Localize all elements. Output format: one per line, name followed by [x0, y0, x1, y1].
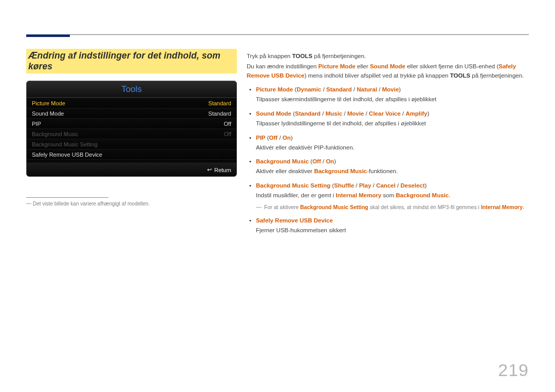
text: på fjernbetjeningen. — [312, 53, 366, 59]
opt: Natural — [357, 86, 377, 92]
sep: / — [377, 86, 382, 92]
tools-menu-item[interactable]: Background MusicOff — [27, 128, 236, 139]
tools-keyword: TOOLS — [450, 72, 470, 79]
keyword: Internal Memory — [336, 192, 381, 198]
left-column: Ændring af indstillinger for det indhold… — [26, 49, 237, 207]
image-footnote: ―Det viste billede kan variere afhængigt… — [26, 201, 237, 207]
tools-menu-item[interactable]: Sound ModeStandard — [27, 108, 236, 118]
tools-menu-item[interactable]: Background Music Setting — [27, 139, 236, 149]
item-desc: Indstil musikfiler, der er gemt i Intern… — [256, 191, 534, 200]
sep: / — [364, 110, 369, 117]
paren: ) — [427, 110, 429, 117]
text: ) mens indhold bliver afspillet ved at t… — [305, 72, 450, 79]
text: . — [449, 192, 450, 198]
item-title: PIP — [256, 135, 266, 141]
menu-item-value: Standard — [208, 100, 231, 106]
top-tab-accent — [26, 34, 70, 37]
menu-item-label: Sound Mode — [32, 110, 64, 117]
sep: / — [401, 110, 406, 117]
text: Du kan ændre indstillingen — [247, 63, 318, 69]
menu-item-label: Picture Mode — [32, 100, 65, 106]
opt: Deselect — [400, 182, 424, 189]
sep: / — [321, 158, 326, 164]
text: på fjernbetjeningen. — [470, 72, 524, 79]
sep: / — [371, 182, 376, 189]
paren: ( — [266, 135, 269, 141]
text: For at aktivere — [264, 204, 300, 210]
item-subnote: For at aktivere Background Music Setting… — [256, 203, 534, 211]
top-rule — [26, 34, 529, 35]
item-title: Sound Mode — [256, 110, 291, 117]
text: eller — [356, 63, 370, 69]
sep: / — [321, 86, 326, 92]
item-desc: Aktivér eller deaktivér PIP-funktionen. — [256, 143, 534, 153]
text: Aktivér eller deaktiver — [256, 168, 314, 174]
opt: Off — [312, 158, 321, 164]
item-title: Background Music — [256, 158, 309, 164]
tools-menu-item[interactable]: Picture ModeStandard — [27, 98, 236, 108]
opt: Standard — [295, 110, 321, 117]
item-background-music: Background Music (Off / On) Aktivér elle… — [247, 157, 534, 176]
paren: ) — [291, 135, 293, 141]
sep: / — [352, 86, 357, 92]
opt: Amplify — [405, 110, 427, 117]
tools-menu-item[interactable]: Safely Remove USB Device — [27, 149, 236, 159]
text: som — [381, 192, 396, 198]
intro-line-2: Du kan ændre indstillingen Picture Mode … — [247, 62, 534, 81]
item-desc: Tilpasser lydindstillingerne til det ind… — [256, 119, 534, 128]
paren: ( — [291, 110, 295, 117]
text: Tryk på knappen — [247, 53, 292, 59]
menu-item-label: Safely Remove USB Device — [32, 152, 102, 158]
right-column: Tryk på knappen TOOLS på fjernbetjeninge… — [247, 52, 534, 235]
item-title: Background Music Setting — [256, 182, 330, 189]
opt: On — [283, 135, 291, 141]
opt: Play — [359, 182, 372, 189]
sep: / — [278, 135, 283, 141]
item-safely-remove: Safely Remove USB Device Fjerner USB-huk… — [247, 216, 534, 235]
item-sound-mode: Sound Mode (Standard / Music / Movie / C… — [247, 109, 534, 128]
sep: / — [396, 182, 401, 189]
opt: Movie — [382, 86, 399, 92]
text: eller sikkert fjerne din USB-enhed ( — [405, 63, 499, 69]
tools-separator — [27, 159, 236, 163]
tools-menu-item[interactable]: PIPOff — [27, 118, 236, 128]
tools-footer[interactable]: ↩ Return — [27, 163, 236, 176]
paren: ( — [309, 158, 312, 164]
text: skal det sikres, at mindst én MP3-fil ge… — [368, 204, 480, 210]
keyword: Background Music Setting — [300, 204, 368, 210]
opt: Dynamic — [297, 86, 321, 92]
section-heading: Ændring af indstillinger for det indhold… — [26, 49, 237, 73]
intro-line-1: Tryk på knappen TOOLS på fjernbetjeninge… — [247, 52, 534, 61]
tools-panel-title: Tools — [27, 81, 236, 98]
menu-item-label: Background Music — [32, 131, 79, 137]
item-pip: PIP (Off / On) Aktivér eller deaktivér P… — [247, 134, 534, 153]
opt: Movie — [347, 110, 364, 117]
opt: Music — [325, 110, 342, 117]
paren: ) — [425, 182, 427, 189]
footnote-rule — [26, 197, 108, 198]
return-label: Return — [214, 167, 231, 173]
tools-panel: Tools Picture ModeStandardSound ModeStan… — [26, 81, 237, 177]
item-background-music-setting: Background Music Setting (Shuffle / Play… — [247, 181, 534, 211]
paren: ) — [334, 158, 336, 164]
text: . — [523, 204, 524, 210]
tools-keyword: TOOLS — [292, 53, 312, 59]
opt: Off — [269, 135, 278, 141]
menu-item-label: Background Music Setting — [32, 141, 98, 147]
menu-item-value: Off — [224, 131, 231, 137]
menu-item-label: PIP — [32, 121, 41, 127]
opt: Standard — [326, 86, 352, 92]
opt: Cancel — [376, 182, 396, 189]
return-icon: ↩ — [207, 166, 212, 173]
menu-item-value: Standard — [208, 110, 231, 117]
keyword: Background Music — [314, 168, 367, 174]
keyword: Background Music — [396, 192, 449, 198]
text: Indstil musikfiler, der er gemt i — [256, 192, 336, 198]
item-title: Safely Remove USB Device — [256, 217, 333, 223]
sep: / — [354, 182, 359, 189]
opt: Shuffle — [334, 182, 354, 189]
settings-list: Picture Mode (Dynamic / Standard / Natur… — [247, 85, 534, 235]
opt: Clear Voice — [369, 110, 401, 117]
menu-item-value: Off — [224, 121, 231, 127]
keyword: Internal Memory — [481, 204, 523, 210]
